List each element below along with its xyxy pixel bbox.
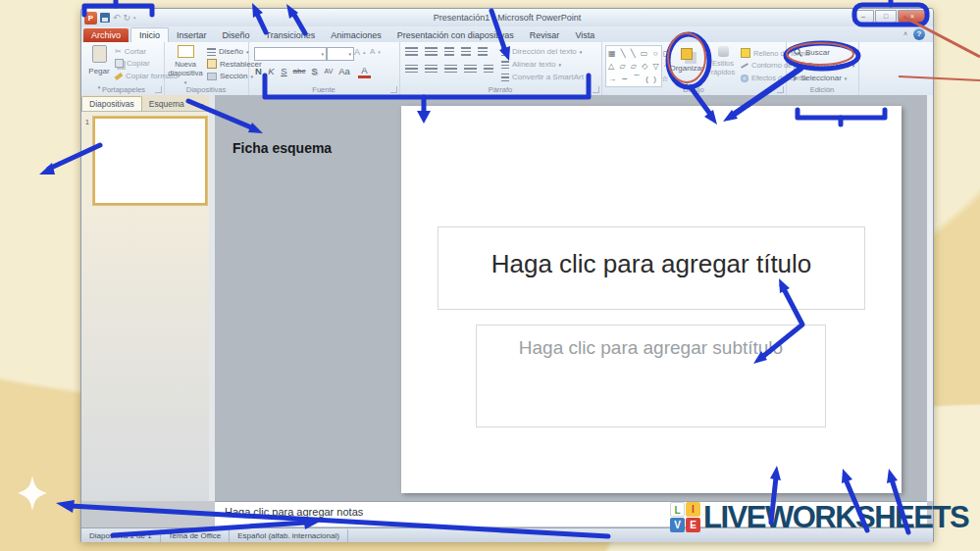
change-case-button[interactable]: Aa <box>336 65 352 78</box>
text-shadow-button[interactable]: S <box>308 65 321 78</box>
justify-icon[interactable] <box>464 65 477 75</box>
font-name-combobox[interactable]: ▾ <box>254 47 327 61</box>
slide-thumbnail[interactable] <box>93 117 207 205</box>
status-language[interactable]: Español (alfab. internacional) <box>230 529 348 542</box>
minimize-button[interactable]: – <box>852 10 874 24</box>
quick-styles-icon <box>718 46 729 57</box>
tab-insertar[interactable]: Insertar <box>169 28 215 42</box>
subtitle-placeholder-text: Haga clic para agregar subtítulo <box>477 337 825 359</box>
panel-tabs: Diapositivas Esquema × <box>81 95 209 112</box>
line-spacing-icon[interactable] <box>478 47 488 57</box>
slide[interactable]: Haga clic para agregar título Haga clic … <box>401 106 902 493</box>
layout-icon <box>207 48 216 56</box>
editing-canvas: Haga clic para agregar título Haga clic … <box>215 95 927 501</box>
powerpoint-app-icon[interactable]: P <box>84 12 97 25</box>
layout-button[interactable]: Diseño▾ <box>207 47 248 56</box>
tab-revisar[interactable]: Revisar <box>522 28 568 42</box>
font-size-caret-icon: ▾ <box>348 51 351 57</box>
shape-fill-icon <box>741 48 750 58</box>
close-button[interactable]: × <box>898 10 927 24</box>
select-icon <box>794 75 798 81</box>
logo-block-e: E <box>686 518 700 532</box>
group-fuente: ▾ ▾ A▴ A▾ N K S abc S AV Aa A Fuente <box>248 42 400 95</box>
tab-diseno[interactable]: Diseño <box>215 28 258 42</box>
collapse-ribbon-icon[interactable]: ˄ <box>903 30 907 37</box>
new-slide-button[interactable]: Nueva diapositiva ▾ <box>168 45 203 86</box>
status-theme: Tema de Office <box>161 529 231 542</box>
tab-diapositivas-panel[interactable]: Diapositivas <box>81 96 142 111</box>
shape-outline-icon <box>741 63 748 69</box>
shapes-gallery[interactable]: ▦ ╲ ╲ ▭ ○ ▢ △ ▱ ▱ ◇ ▽ ◠ → ∼ ⌒ ( ) ☆ <box>605 45 662 87</box>
title-placeholder[interactable]: Haga clic para agregar título <box>438 226 865 310</box>
group-diapositivas: Nueva diapositiva ▾ Diseño▾ Restablecer … <box>164 42 249 95</box>
tab-vista[interactable]: Vista <box>567 28 602 42</box>
help-icon[interactable]: ? <box>913 28 925 40</box>
arrange-button[interactable]: Organizar ▾ <box>668 46 705 90</box>
ribbon: Pegar ▾ ✂Cortar Copiar Copiar formato Po… <box>81 42 933 96</box>
title-placeholder-text: Haga clic para agregar título <box>438 249 864 279</box>
redo-icon[interactable]: ↻ <box>124 12 131 24</box>
tab-animaciones[interactable]: Animaciones <box>323 28 389 42</box>
panel-close-icon[interactable]: × <box>194 101 209 111</box>
portapapeles-dialog-launcher-icon[interactable] <box>155 86 162 93</box>
font-size-combobox[interactable]: ▾ <box>327 47 354 61</box>
text-direction-button[interactable]: Dirección del texto▾ <box>501 47 582 56</box>
columns-icon[interactable] <box>484 65 493 75</box>
shrink-font-button[interactable]: A▾ <box>370 47 381 56</box>
group-edicion: Buscar abReemplazar▾ Seleccionar▾ Edició… <box>786 42 859 95</box>
clipboard-icon <box>92 45 107 63</box>
copy-button[interactable]: Copiar <box>115 59 150 68</box>
logo-block-v: V <box>670 518 685 532</box>
fuente-dialog-launcher-icon[interactable] <box>390 86 397 93</box>
undo-icon[interactable]: ↶ <box>113 12 121 24</box>
convert-smartart-button[interactable]: Convertir a SmartArt▾ <box>501 73 589 81</box>
align-center-icon[interactable] <box>425 65 438 75</box>
section-button[interactable]: Sección▾ <box>207 72 253 80</box>
strikethrough-button[interactable]: abc <box>290 65 308 78</box>
tab-transiciones[interactable]: Transiciones <box>258 28 324 42</box>
sparkle-star <box>18 476 47 511</box>
magnifier-icon <box>794 48 802 57</box>
subtitle-placeholder[interactable]: Haga clic para agregar subtítulo <box>476 325 826 427</box>
underline-button[interactable]: S <box>278 65 290 78</box>
liveworksheets-logo-text: LIVEWORKSHEETS <box>703 503 968 532</box>
tab-presentacion[interactable]: Presentación con diapositivas <box>389 28 522 42</box>
tab-esquema-panel[interactable]: Esquema <box>142 97 191 111</box>
bullet-list-icon[interactable] <box>405 47 418 57</box>
maximize-button[interactable]: □ <box>875 10 897 24</box>
tab-inicio[interactable]: Inicio <box>130 27 169 42</box>
tab-archivo[interactable]: Archivo <box>83 28 129 42</box>
font-color-button[interactable]: A <box>358 65 371 78</box>
character-spacing-button[interactable]: AV <box>321 65 336 78</box>
cut-button[interactable]: ✂Cortar <box>115 47 146 56</box>
powerpoint-window: P ↶ ↻ ▾ Presentación1 - Microsoft PowerP… <box>80 8 934 542</box>
numbered-list-icon[interactable] <box>425 47 438 57</box>
section-icon <box>207 73 217 80</box>
worksheet-page: P ↶ ↻ ▾ Presentación1 - Microsoft PowerP… <box>0 0 980 551</box>
find-button[interactable]: Buscar <box>794 48 830 57</box>
increase-indent-icon[interactable] <box>461 47 471 57</box>
italic-button[interactable]: K <box>265 65 278 78</box>
align-right-icon[interactable] <box>444 65 457 75</box>
window-title: Presentación1 - Microsoft PowerPoint <box>81 9 933 26</box>
dibujo-dialog-launcher-icon[interactable] <box>777 86 784 93</box>
replace-icon: ab <box>794 62 804 70</box>
arrowhead <box>56 500 75 513</box>
align-left-icon[interactable] <box>405 65 418 75</box>
ribbon-tab-row: Archivo Inicio Insertar Diseño Transicio… <box>81 26 933 42</box>
replace-button[interactable]: abReemplazar▾ <box>794 61 854 70</box>
bold-button[interactable]: N <box>252 65 265 78</box>
align-text-icon <box>501 61 509 69</box>
parrafo-dialog-launcher-icon[interactable] <box>593 86 599 93</box>
decrease-indent-icon[interactable] <box>444 47 454 57</box>
font-format-buttons: N K S abc S AV Aa A <box>252 65 371 78</box>
quick-access-toolbar: P ↶ ↻ ▾ <box>84 11 136 25</box>
scrollbar-gutter[interactable] <box>927 95 933 501</box>
grow-font-button[interactable]: A▴ <box>354 47 366 57</box>
select-button[interactable]: Seleccionar▾ <box>794 74 847 82</box>
quick-styles-button[interactable]: Estilos rápidos <box>707 46 739 76</box>
qat-customize-caret-icon[interactable]: ▾ <box>133 12 136 24</box>
save-icon[interactable] <box>100 13 110 23</box>
align-text-button[interactable]: Alinear texto▾ <box>501 60 561 69</box>
status-slide-count: Diapositiva 1 de 1 <box>81 529 161 542</box>
